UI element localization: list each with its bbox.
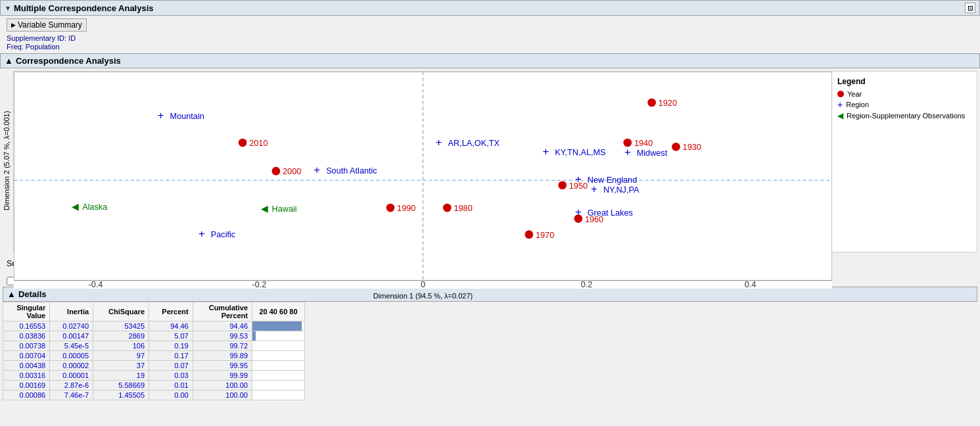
table-row: 0.00438 0.00002 37 0.07 99.95 bbox=[3, 361, 305, 371]
supp-triangle-icon: ◀ bbox=[837, 111, 843, 120]
table-row: 0.00316 0.00001 19 0.03 99.99 bbox=[3, 371, 305, 381]
y-axis-label: Dimension 2 (5.07 %, λ=0.001) bbox=[0, 68, 13, 252]
cell-inertia: 0.00005 bbox=[50, 351, 93, 361]
legend-supp-label: Region-Supplementary Observations bbox=[847, 112, 965, 120]
svg-text:Alaska: Alaska bbox=[82, 202, 108, 212]
cell-chi: 37 bbox=[93, 361, 149, 371]
legend-item-region: + Region bbox=[837, 100, 971, 109]
collapse-arrow-icon[interactable]: ▼ bbox=[5, 5, 11, 12]
cell-inertia: 2.87e-6 bbox=[50, 381, 93, 390]
col-header-singular: SingularValue bbox=[3, 302, 50, 321]
svg-text:-0.2: -0.2 bbox=[252, 280, 267, 289]
svg-text:+: + bbox=[158, 109, 164, 121]
svg-text:2000: 2000 bbox=[283, 167, 301, 176]
cell-bar bbox=[252, 371, 305, 381]
cell-bar bbox=[252, 381, 305, 390]
svg-text:NY,NJ,PA: NY,NJ,PA bbox=[603, 185, 640, 195]
chart-wrapper: Dimension 2 (5.07 %, λ=0.001) bbox=[0, 68, 980, 252]
svg-text:0.2: 0.2 bbox=[581, 280, 593, 289]
table-row: 0.00704 0.00005 97 0.17 99.89 bbox=[3, 351, 305, 361]
legend-item-year: Year bbox=[837, 90, 971, 98]
supplementary-id-text: Supplementary ID: ID bbox=[7, 34, 973, 42]
legend-year-label: Year bbox=[847, 90, 862, 98]
svg-point-29 bbox=[272, 167, 281, 176]
table-row: 0.16553 0.02740 53425 94.46 94.46 bbox=[3, 321, 305, 331]
svg-text:+: + bbox=[436, 136, 442, 148]
svg-text:1980: 1980 bbox=[454, 204, 473, 213]
svg-text:+: + bbox=[575, 173, 582, 185]
year-dot-icon bbox=[837, 91, 844, 97]
legend-item-supp: ◀ Region-Supplementary Observations bbox=[837, 111, 971, 120]
cell-inertia: 0.00001 bbox=[50, 371, 93, 381]
chart-svg: -0.4 -0.2 0 0.2 0.4 0.10 0.05 0 -0.05 19… bbox=[14, 72, 832, 289]
col-header-percent: Percent bbox=[149, 302, 193, 321]
cell-bar bbox=[252, 361, 305, 371]
variable-summary-button[interactable]: ▶ Variable Summary bbox=[7, 18, 87, 32]
svg-text:+: + bbox=[314, 164, 320, 176]
svg-point-31 bbox=[239, 139, 247, 147]
svg-point-27 bbox=[386, 204, 395, 212]
cell-singular: 0.00086 bbox=[3, 390, 50, 400]
svg-text:Mountain: Mountain bbox=[170, 112, 204, 121]
svg-text:-0.4: -0.4 bbox=[89, 280, 103, 289]
cell-inertia: 0.00002 bbox=[50, 361, 93, 371]
chart-area: -0.4 -0.2 0 0.2 0.4 0.10 0.05 0 -0.05 19… bbox=[14, 72, 832, 252]
svg-text:+: + bbox=[591, 183, 597, 195]
corr-section-label: Correspondence Analysis bbox=[16, 56, 121, 66]
svg-text:1970: 1970 bbox=[536, 231, 554, 240]
cell-inertia: 0.02740 bbox=[50, 321, 93, 331]
cell-bar bbox=[252, 390, 305, 400]
table-row: 0.00086 7.46e-7 1.45505 0.00 100.00 bbox=[3, 390, 305, 400]
svg-text:Great Lakes: Great Lakes bbox=[588, 208, 633, 218]
cell-inertia: 0.00147 bbox=[50, 331, 93, 341]
col-header-inertia: Inertia bbox=[50, 302, 93, 321]
svg-text:2010: 2010 bbox=[249, 139, 268, 148]
svg-text:Midwest: Midwest bbox=[637, 149, 668, 158]
cell-cumulative: 94.46 bbox=[193, 321, 252, 331]
region-plus-icon: + bbox=[837, 100, 843, 109]
svg-text:Pacific: Pacific bbox=[211, 230, 236, 239]
cell-bar bbox=[252, 341, 305, 351]
col-header-bar: 20 40 60 80 bbox=[252, 302, 305, 321]
table-row: 0.00169 2.87e-6 5.58669 0.01 100.00 bbox=[3, 381, 305, 390]
x-axis-label: Dimension 1 (94.5 %, λ=0.027) bbox=[14, 292, 832, 300]
table-row: 0.03836 0.00147 2869 5.07 99.53 bbox=[3, 331, 305, 341]
cell-bar bbox=[252, 321, 305, 331]
expand-button[interactable]: ⊡ bbox=[965, 3, 975, 13]
cell-cumulative: 100.00 bbox=[193, 390, 252, 400]
svg-text:Hawaii: Hawaii bbox=[272, 204, 297, 214]
svg-text:AR,LA,OK,TX: AR,LA,OK,TX bbox=[448, 139, 500, 148]
cell-cumulative: 100.00 bbox=[193, 381, 252, 390]
svg-text:+: + bbox=[575, 206, 582, 218]
svg-text:+: + bbox=[542, 145, 549, 157]
cell-chi: 97 bbox=[93, 351, 149, 361]
chart-legend: Legend Year + Region ◀ Region-Supplement… bbox=[832, 72, 977, 252]
cell-percent: 0.07 bbox=[149, 361, 193, 371]
cell-chi: 53425 bbox=[93, 321, 149, 331]
svg-text:1940: 1940 bbox=[634, 139, 653, 148]
svg-point-13 bbox=[647, 99, 656, 107]
details-section: ▲ Details SingularValue Inertia ChiSquar… bbox=[3, 287, 977, 400]
svg-point-23 bbox=[525, 230, 533, 239]
cell-chi: 5.58669 bbox=[93, 381, 149, 390]
svg-text:1920: 1920 bbox=[659, 99, 677, 108]
svg-text:+: + bbox=[624, 146, 631, 158]
cell-singular: 0.00438 bbox=[3, 361, 50, 371]
table-row: 0.00738 5.45e-5 106 0.19 99.72 bbox=[3, 341, 305, 351]
cell-percent: 0.00 bbox=[149, 390, 193, 400]
cell-singular: 0.16553 bbox=[3, 321, 50, 331]
col-header-cumulative: CumulativePercent bbox=[193, 302, 252, 321]
col-header-chisquare: ChiSquare bbox=[93, 302, 149, 321]
cell-chi: 2869 bbox=[93, 331, 149, 341]
main-panel: ▼ Multiple Correspondence Analysis ⊡ ▶ V… bbox=[0, 0, 980, 426]
cell-inertia: 7.46e-7 bbox=[50, 390, 93, 400]
cell-chi: 19 bbox=[93, 371, 149, 381]
cell-percent: 0.19 bbox=[149, 341, 193, 351]
panel-title: Multiple Correspondence Analysis bbox=[14, 3, 154, 13]
legend-region-label: Region bbox=[846, 101, 869, 108]
corr-collapse-icon[interactable]: ▲ bbox=[5, 56, 13, 66]
cell-bar bbox=[252, 351, 305, 361]
cell-singular: 0.03836 bbox=[3, 331, 50, 341]
svg-text:◀: ◀ bbox=[72, 201, 79, 212]
details-table: SingularValue Inertia ChiSquare Percent … bbox=[3, 302, 305, 400]
